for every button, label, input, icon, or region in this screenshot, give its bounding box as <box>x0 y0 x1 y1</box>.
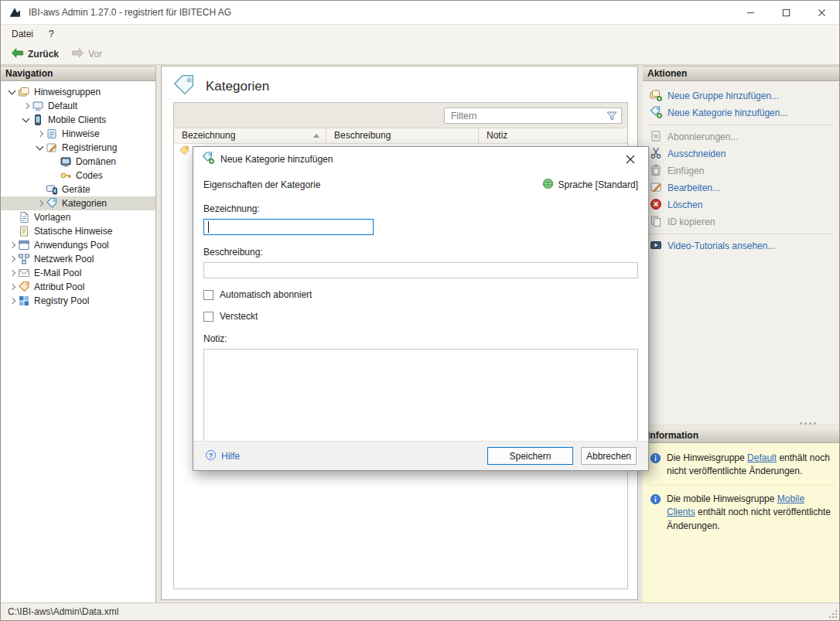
forward-arrow-icon <box>71 47 84 61</box>
actions-list: Neue Gruppe hinzufügen... Neue Kategorie… <box>643 81 839 254</box>
new-category-icon <box>202 152 214 166</box>
tree-item-label: Domänen <box>76 156 116 167</box>
checkbox-row-versteckt: Versteckt <box>203 311 638 322</box>
info-item: Die Hinweisgruppe Default enthält noch n… <box>650 452 833 486</box>
svg-text:?: ? <box>209 451 213 459</box>
tree-item-registrierung[interactable]: Registrierung <box>1 141 155 155</box>
tree-item-netzwerk-pool[interactable]: Netzwerk Pool <box>1 252 155 266</box>
checkbox-label: Automatisch abonniert <box>220 289 312 300</box>
column-header-beschreibung[interactable]: Beschreibung <box>326 128 479 143</box>
action-new-category[interactable]: Neue Kategorie hinzufügen... <box>643 104 839 121</box>
chevron-expanded-icon[interactable] <box>21 114 32 125</box>
notes-icon <box>46 128 58 140</box>
minimize-button[interactable] <box>732 1 768 24</box>
tree-item-geraete[interactable]: Geräte <box>1 183 155 196</box>
tree-item-registry-pool[interactable]: Registry Pool <box>1 294 155 308</box>
new-category-icon <box>650 106 662 121</box>
chevron-expanded-icon[interactable] <box>7 87 18 97</box>
automatisch-abonniert-checkbox[interactable] <box>203 290 213 300</box>
tree-item-attribut-pool[interactable]: Attribut Pool <box>1 280 155 294</box>
info-icon <box>650 452 661 479</box>
column-header-bezeichnung[interactable]: Bezeichnung <box>174 128 326 143</box>
panel-splitter-grip[interactable] <box>797 421 818 425</box>
app-window: IBI-aws Admin 1.27.0 - registriert für I… <box>0 0 840 621</box>
tree-item-hinweisgruppen[interactable]: Hinweisgruppen <box>1 85 155 99</box>
sort-ascending-icon <box>313 134 319 138</box>
menu-datei[interactable]: Datei <box>4 25 41 43</box>
actions-header: Aktionen <box>643 67 839 81</box>
action-paste[interactable]: Einfügen <box>643 162 839 179</box>
page-title: Kategorien <box>206 79 269 94</box>
forward-button[interactable]: Vor <box>66 46 108 63</box>
cancel-button[interactable]: Abbrechen <box>581 447 637 465</box>
tree-item-email-pool[interactable]: E-Mail Pool <box>1 266 155 280</box>
tree-item-domaenen[interactable]: Domänen <box>1 155 155 169</box>
info-item: Die mobile Hinweisgruppe Mobile Clients … <box>650 493 833 539</box>
filter-input[interactable] <box>445 111 606 121</box>
attribute-tag-icon <box>18 281 30 293</box>
chevron-collapsed-icon[interactable] <box>35 198 46 209</box>
envelope-icon <box>18 267 30 279</box>
versteckt-checkbox[interactable] <box>203 312 213 322</box>
data-file-path: C:\IBI-aws\Admin\Data.xml <box>8 606 118 617</box>
toolbar: Zurück Vor <box>1 43 839 65</box>
chevron-collapsed-icon[interactable] <box>7 254 18 264</box>
bezeichnung-input[interactable] <box>203 219 374 235</box>
tree-item-default[interactable]: Default <box>1 99 155 113</box>
chevron-collapsed-icon[interactable] <box>21 101 32 111</box>
close-button[interactable] <box>804 1 839 24</box>
bezeichnung-label: Bezeichnung: <box>203 203 638 214</box>
tree-item-anwendungs-pool[interactable]: Anwendungs Pool <box>1 238 155 252</box>
category-row-icon <box>179 145 190 159</box>
chevron-collapsed-icon[interactable] <box>35 128 46 139</box>
help-icon: ? <box>205 449 217 463</box>
back-button[interactable]: Zurück <box>5 46 64 63</box>
link-default-group[interactable]: Default <box>747 452 777 463</box>
devices-icon <box>46 183 58 196</box>
separator <box>647 234 835 234</box>
tree-item-kategorien[interactable]: Kategorien <box>1 196 155 210</box>
chevron-collapsed-icon[interactable] <box>7 295 18 306</box>
tree-item-hinweise[interactable]: Hinweise <box>1 127 155 141</box>
resize-grip[interactable] <box>828 609 838 619</box>
menu-help[interactable]: ? <box>41 25 62 43</box>
column-header-notiz[interactable]: Notiz <box>479 128 627 143</box>
beschreibung-input[interactable] <box>203 262 638 278</box>
language-selector[interactable]: Sprache [Standard] <box>542 178 638 192</box>
actions-panel: Aktionen Neue Gruppe hinzufügen... Neue … <box>643 66 839 424</box>
help-link[interactable]: ? Hilfe <box>205 449 240 463</box>
tree-item-label: Hinweise <box>62 128 100 139</box>
action-copy-id[interactable]: ID kopieren <box>643 213 839 230</box>
tree-item-statische-hinweise[interactable]: Statische Hinweise <box>1 224 155 238</box>
filter-funnel-icon[interactable] <box>606 110 618 122</box>
maximize-button[interactable] <box>768 1 804 24</box>
title-bar: IBI-aws Admin 1.27.0 - registriert für I… <box>1 1 839 25</box>
action-video-tutorials[interactable]: Video-Tutorials ansehen... <box>643 237 839 254</box>
chevron-collapsed-icon[interactable] <box>7 281 18 292</box>
delete-icon <box>650 198 662 213</box>
action-delete[interactable]: Löschen <box>643 196 839 213</box>
notiz-textarea[interactable] <box>203 349 638 442</box>
navigation-header: Navigation <box>1 67 155 81</box>
tree-item-label: Default <box>48 101 77 111</box>
chevron-expanded-icon[interactable] <box>35 142 46 153</box>
category-tag-icon <box>172 73 196 99</box>
chevron-collapsed-icon[interactable] <box>7 240 18 251</box>
action-cut[interactable]: Ausschneiden <box>643 145 839 162</box>
tree-item-codes[interactable]: Codes <box>1 169 155 183</box>
tree-item-vorlagen[interactable]: Vorlagen <box>1 210 155 224</box>
dialog-footer: ? Hilfe Speichern Abbrechen <box>193 441 648 470</box>
tree-item-label: Anwendungs Pool <box>34 240 109 251</box>
tree-item-mobile-clients[interactable]: Mobile Clients <box>1 113 155 127</box>
notiz-label: Notiz: <box>203 333 638 344</box>
action-edit[interactable]: Bearbeiten... <box>643 179 839 196</box>
chevron-collapsed-icon[interactable] <box>7 268 18 278</box>
action-subscriptions[interactable]: Abonnierungen... <box>643 128 839 145</box>
text-caret <box>208 221 209 233</box>
action-new-group[interactable]: Neue Gruppe hinzufügen... <box>643 87 839 104</box>
tree-item-label: Geräte <box>62 184 90 195</box>
save-button[interactable]: Speichern <box>487 447 573 465</box>
groups-icon <box>18 86 30 98</box>
dialog-close-icon[interactable] <box>621 150 640 169</box>
back-arrow-icon <box>11 47 24 61</box>
